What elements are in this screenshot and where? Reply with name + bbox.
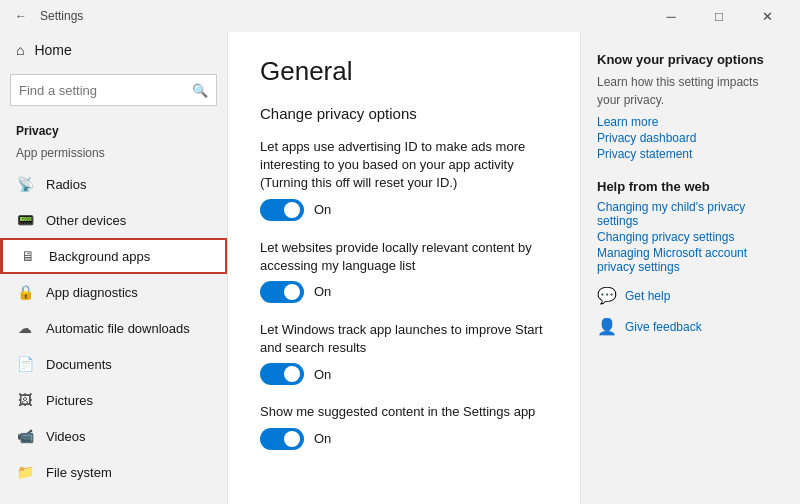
give-feedback-row[interactable]: 👤 Give feedback [597,317,784,336]
setting-app-launches: Let Windows track app launches to improv… [260,321,548,385]
know-privacy-text: Learn how this setting impacts your priv… [597,73,784,109]
setting-desc-advertising-id: Let apps use advertising ID to make ads … [260,138,548,193]
give-feedback-link[interactable]: Give feedback [625,320,702,334]
privacy-dashboard-link[interactable]: Privacy dashboard [597,131,784,145]
toggle-row-app-launches: On [260,363,548,385]
toggle-advertising-id[interactable] [260,199,304,221]
setting-advertising-id: Let apps use advertising ID to make ads … [260,138,548,221]
setting-desc-app-launches: Let Windows track app launches to improv… [260,321,548,357]
help-from-web-title: Help from the web [597,179,784,194]
sidebar-home-item[interactable]: ⌂ Home [0,32,227,68]
title-bar: ← Settings ─ □ ✕ [0,0,800,32]
sidebar-item-app-diagnostics[interactable]: 🔒 App diagnostics [0,274,227,310]
close-button[interactable]: ✕ [744,4,790,28]
sidebar-subsection-app-permissions: App permissions [0,142,227,166]
home-label: Home [34,42,71,58]
setting-desc-suggested-content: Show me suggested content in the Setting… [260,403,548,421]
app-body: ⌂ Home 🔍 Privacy App permissions 📡 Radio… [0,32,800,504]
main-panel: General Change privacy options Let apps … [228,32,580,504]
sidebar-label-other-devices: Other devices [46,213,126,228]
sidebar-label-file-system: File system [46,465,112,480]
sidebar-item-background-apps[interactable]: 🖥 Background apps [0,238,227,274]
toggle-track-app-launches[interactable] [260,363,304,385]
right-panel: Know your privacy options Learn how this… [580,32,800,504]
radios-icon: 📡 [16,175,34,193]
home-icon: ⌂ [16,42,24,58]
sidebar-label-documents: Documents [46,357,112,372]
give-feedback-icon: 👤 [597,317,617,336]
section-title: Change privacy options [260,105,548,122]
toggle-row-language-list: On [260,281,548,303]
sidebar-label-pictures: Pictures [46,393,93,408]
sidebar-label-background-apps: Background apps [49,249,150,264]
sidebar-item-videos[interactable]: 📹 Videos [0,418,227,454]
toggle-label-language-list: On [314,284,331,299]
videos-icon: 📹 [16,427,34,445]
toggle-track-advertising-id[interactable] [260,199,304,221]
toggle-thumb-advertising-id [284,202,300,218]
background-apps-icon: 🖥 [19,247,37,265]
pictures-icon: 🖼 [16,391,34,409]
sidebar-item-automatic-file-downloads[interactable]: ☁ Automatic file downloads [0,310,227,346]
maximize-button[interactable]: □ [696,4,742,28]
childs-privacy-link[interactable]: Changing my child's privacy settings [597,200,784,228]
auto-download-icon: ☁ [16,319,34,337]
title-bar-left: ← Settings [10,7,83,25]
toggle-track-language-list[interactable] [260,281,304,303]
search-input[interactable] [19,83,192,98]
toggle-app-launches[interactable] [260,363,304,385]
sidebar-item-other-devices[interactable]: 📟 Other devices [0,202,227,238]
search-icon: 🔍 [192,83,208,98]
privacy-statement-link[interactable]: Privacy statement [597,147,784,161]
sidebar-item-file-system[interactable]: 📁 File system [0,454,227,490]
sidebar-item-radios[interactable]: 📡 Radios [0,166,227,202]
get-help-icon: 💬 [597,286,617,305]
other-devices-icon: 📟 [16,211,34,229]
app-diagnostics-icon: 🔒 [16,283,34,301]
sidebar-label-videos: Videos [46,429,86,444]
setting-language-list: Let websites provide locally relevant co… [260,239,548,303]
toggle-language-list[interactable] [260,281,304,303]
sidebar-item-documents[interactable]: 📄 Documents [0,346,227,382]
setting-suggested-content: Show me suggested content in the Setting… [260,403,548,449]
sidebar: ⌂ Home 🔍 Privacy App permissions 📡 Radio… [0,32,228,504]
toggle-suggested-content[interactable] [260,428,304,450]
toggle-row-suggested-content: On [260,428,548,450]
toggle-thumb-language-list [284,284,300,300]
toggle-thumb-suggested-content [284,431,300,447]
sidebar-label-app-diagnostics: App diagnostics [46,285,138,300]
get-help-row[interactable]: 💬 Get help [597,286,784,305]
changing-privacy-link[interactable]: Changing privacy settings [597,230,784,244]
sidebar-label-radios: Radios [46,177,86,192]
documents-icon: 📄 [16,355,34,373]
window-title: Settings [40,9,83,23]
toggle-label-advertising-id: On [314,202,331,217]
sidebar-item-pictures[interactable]: 🖼 Pictures [0,382,227,418]
minimize-button[interactable]: ─ [648,4,694,28]
know-privacy-title: Know your privacy options [597,52,784,67]
back-button[interactable]: ← [10,7,32,25]
learn-more-link[interactable]: Learn more [597,115,784,129]
toggle-thumb-app-launches [284,366,300,382]
window-controls: ─ □ ✕ [648,4,790,28]
toggle-row-advertising-id: On [260,199,548,221]
page-title: General [260,56,548,87]
setting-desc-language-list: Let websites provide locally relevant co… [260,239,548,275]
file-system-icon: 📁 [16,463,34,481]
ms-account-privacy-link[interactable]: Managing Microsoft account privacy setti… [597,246,784,274]
toggle-label-app-launches: On [314,367,331,382]
toggle-track-suggested-content[interactable] [260,428,304,450]
sidebar-label-auto-download: Automatic file downloads [46,321,190,336]
toggle-label-suggested-content: On [314,431,331,446]
get-help-link[interactable]: Get help [625,289,670,303]
sidebar-section-privacy: Privacy [0,116,227,142]
search-box[interactable]: 🔍 [10,74,217,106]
